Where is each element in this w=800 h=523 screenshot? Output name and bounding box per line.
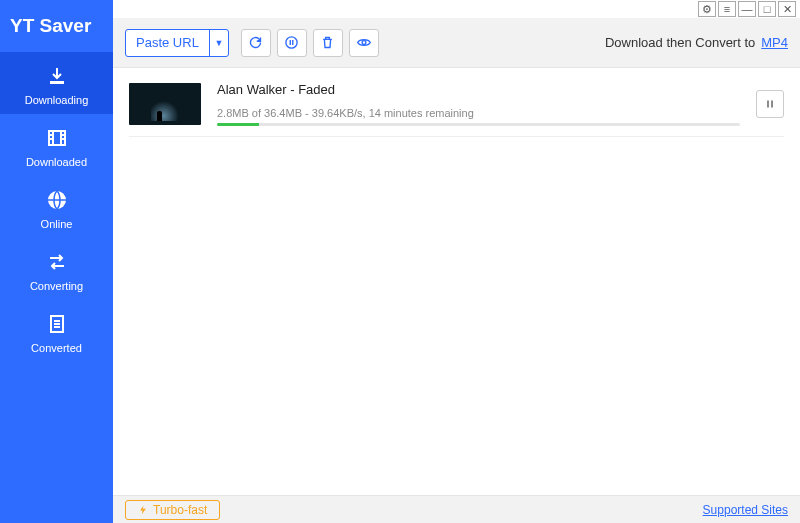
toolbar: Paste URL ▼ Download then Convert to (113, 18, 800, 68)
sidebar-item-label: Downloading (25, 94, 89, 106)
trash-icon (320, 35, 335, 50)
close-icon: ✕ (783, 3, 792, 16)
tool-icons (241, 29, 379, 57)
output-format-link[interactable]: MP4 (761, 35, 788, 50)
titlebar: ⚙ ≡ — □ ✕ (113, 0, 800, 18)
video-thumbnail (129, 83, 201, 125)
sidebar-item-converting[interactable]: Converting (0, 238, 113, 300)
sidebar-item-label: Converting (30, 280, 83, 292)
sidebar-item-downloading[interactable]: Downloading (0, 52, 113, 114)
convert-label: Download then Convert to (605, 35, 755, 50)
download-list: Alan Walker - Faded 2.8MB of 36.4MB - 39… (113, 68, 800, 495)
download-arrow-icon (43, 62, 71, 90)
resume-all-button[interactable] (241, 29, 271, 57)
preview-button[interactable] (349, 29, 379, 57)
menu-icon: ≡ (724, 3, 730, 15)
sidebar-item-label: Converted (31, 342, 82, 354)
download-status: 2.8MB of 36.4MB - 39.64KB/s, 14 minutes … (217, 107, 740, 119)
refresh-icon (248, 35, 263, 50)
sidebar-item-online[interactable]: Online (0, 176, 113, 238)
document-icon (43, 310, 71, 338)
svg-point-4 (286, 37, 297, 48)
main: ⚙ ≡ — □ ✕ Paste URL ▼ (113, 0, 800, 523)
sidebar-item-converted[interactable]: Converted (0, 300, 113, 362)
turbo-fast-button[interactable]: Turbo-fast (125, 500, 220, 520)
minimize-icon: — (742, 3, 753, 15)
menu-button[interactable]: ≡ (718, 1, 736, 17)
globe-icon (43, 186, 71, 214)
download-title: Alan Walker - Faded (217, 82, 740, 97)
svg-point-5 (362, 41, 366, 45)
supported-sites-link[interactable]: Supported Sites (703, 503, 788, 517)
pause-all-button[interactable] (277, 29, 307, 57)
chevron-down-icon[interactable]: ▼ (210, 30, 228, 56)
maximize-button[interactable]: □ (758, 1, 776, 17)
sidebar-item-label: Downloaded (26, 156, 87, 168)
delete-button[interactable] (313, 29, 343, 57)
pause-download-button[interactable] (756, 90, 784, 118)
nav: Downloading Downloaded Online Converting (0, 52, 113, 362)
download-row: Alan Walker - Faded 2.8MB of 36.4MB - 39… (129, 82, 784, 137)
pause-circle-icon (284, 35, 299, 50)
minimize-button[interactable]: — (738, 1, 756, 17)
paste-url-button[interactable]: Paste URL ▼ (125, 29, 229, 57)
convert-arrows-icon (43, 248, 71, 276)
download-info: Alan Walker - Faded 2.8MB of 36.4MB - 39… (217, 82, 740, 126)
eye-icon (356, 35, 372, 50)
pause-icon (764, 98, 776, 110)
progress-fill (217, 123, 259, 126)
lightning-icon (138, 504, 148, 516)
maximize-icon: □ (764, 3, 771, 15)
settings-button[interactable]: ⚙ (698, 1, 716, 17)
sidebar-item-label: Online (41, 218, 73, 230)
svg-rect-0 (50, 81, 64, 84)
paste-url-label: Paste URL (126, 30, 210, 56)
footer: Turbo-fast Supported Sites (113, 495, 800, 523)
sidebar: YT Saver Downloading Downloaded Online (0, 0, 113, 523)
film-icon (43, 124, 71, 152)
close-button[interactable]: ✕ (778, 1, 796, 17)
progress-bar (217, 123, 740, 126)
gear-icon: ⚙ (702, 3, 712, 16)
turbo-label: Turbo-fast (153, 503, 207, 517)
app-logo: YT Saver (0, 0, 113, 52)
sidebar-item-downloaded[interactable]: Downloaded (0, 114, 113, 176)
